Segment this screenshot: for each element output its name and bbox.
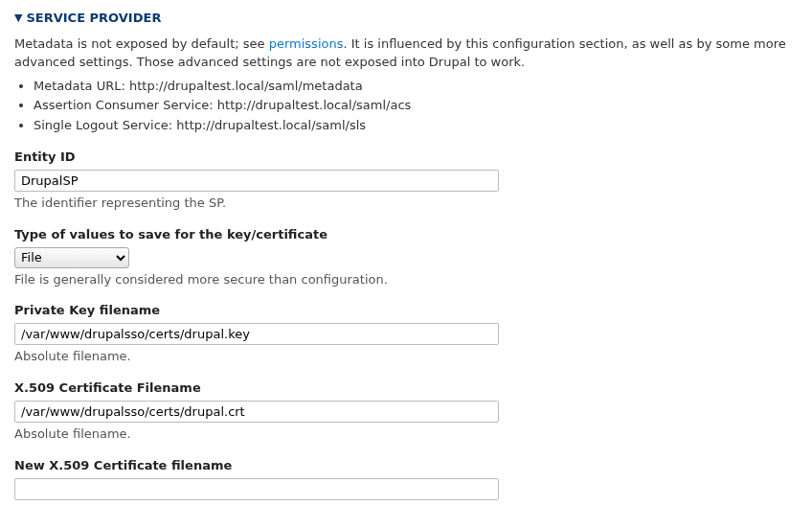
metadata-url-value: http://drupaltest.local/saml/metadata: [129, 79, 363, 93]
permissions-link[interactable]: permissions: [269, 36, 344, 51]
metadata-url-list: Metadata URL: http://drupaltest.local/sa…: [34, 78, 798, 136]
type-values-select[interactable]: File: [14, 247, 129, 268]
private-key-help: Absolute filename.: [14, 348, 798, 366]
field-entity-id: Entity ID The identifier representing th…: [14, 149, 798, 213]
entity-id-input[interactable]: [14, 170, 499, 192]
private-key-input[interactable]: [14, 323, 499, 345]
private-key-label: Private Key filename: [14, 302, 798, 320]
type-values-label: Type of values to save for the key/certi…: [14, 226, 798, 244]
x509-help: Absolute filename.: [14, 426, 798, 444]
field-x509: X.509 Certificate Filename Absolute file…: [14, 380, 798, 444]
metadata-url-label: Metadata URL:: [34, 79, 129, 93]
section-title: SERVICE PROVIDER: [26, 10, 161, 28]
acs-value: http://drupaltest.local/saml/acs: [217, 98, 412, 112]
field-type-values: Type of values to save for the key/certi…: [14, 226, 798, 289]
sls-value: http://drupaltest.local/saml/sls: [176, 118, 366, 132]
metadata-url-item: Metadata URL: http://drupaltest.local/sa…: [34, 78, 798, 96]
intro-prefix: Metadata is not exposed by default; see: [14, 36, 269, 51]
x509-input[interactable]: [14, 401, 499, 423]
entity-id-help: The identifier representing the SP.: [14, 195, 798, 213]
acs-label: Assertion Consumer Service:: [34, 98, 217, 112]
field-new-x509: New X.509 Certificate filename This is a…: [14, 457, 798, 506]
acs-item: Assertion Consumer Service: http://drupa…: [34, 97, 798, 115]
sls-label: Single Logout Service:: [34, 118, 176, 132]
new-x509-help: This is announced in the metadata, to pl…: [14, 503, 798, 506]
new-x509-input[interactable]: [14, 478, 499, 500]
sls-item: Single Logout Service: http://drupaltest…: [34, 117, 798, 135]
section-header-service-provider[interactable]: ▼ SERVICE PROVIDER: [14, 10, 798, 28]
collapse-triangle-icon: ▼: [14, 11, 22, 26]
x509-label: X.509 Certificate Filename: [14, 380, 798, 398]
new-x509-label: New X.509 Certificate filename: [14, 457, 798, 475]
intro-paragraph: Metadata is not exposed by default; see …: [14, 35, 798, 72]
entity-id-label: Entity ID: [14, 149, 798, 167]
type-values-help: File is generally considered more secure…: [14, 271, 798, 289]
field-private-key: Private Key filename Absolute filename.: [14, 302, 798, 366]
